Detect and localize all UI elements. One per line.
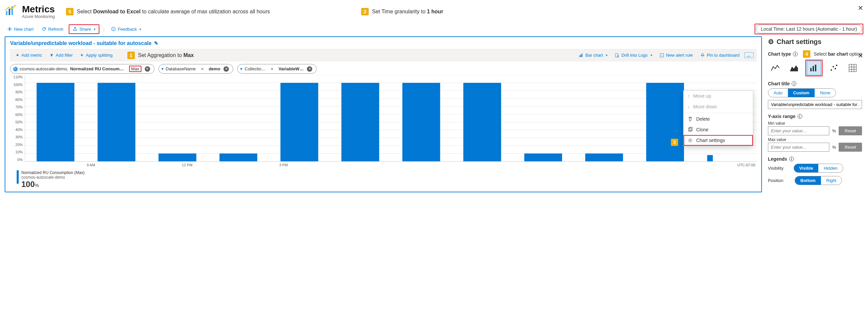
svg-rect-30: [98, 83, 135, 161]
callout-1: 1: [127, 52, 135, 59]
seg-hidden[interactable]: Hidden: [818, 164, 843, 172]
new-chart-button[interactable]: New chart: [5, 25, 36, 33]
svg-rect-35: [402, 83, 440, 161]
svg-point-45: [833, 66, 834, 67]
chart-type-line[interactable]: [768, 61, 783, 75]
edit-title-icon[interactable]: ✎: [154, 40, 158, 46]
menu-move-down: ↓Move down: [684, 101, 753, 112]
max-value-input[interactable]: [768, 143, 829, 152]
seg-auto[interactable]: Auto: [768, 89, 788, 97]
seg-bottom[interactable]: Bottom: [795, 176, 821, 185]
callout-5-text: Select Download to Excel to calculate av…: [77, 9, 270, 15]
close-settings-icon[interactable]: ✕: [858, 52, 863, 60]
svg-rect-36: [463, 83, 501, 161]
menu-clone[interactable]: Clone: [684, 124, 753, 135]
svg-rect-40: [707, 155, 713, 161]
reset-min-button[interactable]: Reset: [839, 126, 862, 135]
callout-3: 3: [671, 139, 678, 146]
svg-point-5: [113, 28, 113, 29]
chart-legend: Normalized RU Consumption (Max) cosmos-a…: [10, 170, 756, 189]
visibility-label: Visibility: [768, 166, 784, 171]
callout-5: 5: [66, 8, 73, 15]
add-metric-button[interactable]: ✦Add metric: [13, 51, 45, 59]
share-highlight: Share▾: [69, 24, 99, 34]
min-value-input[interactable]: [768, 126, 829, 135]
filter-pill-collection[interactable]: ▾ Collectio… = VariableW… ✕: [237, 64, 317, 74]
svg-point-16: [689, 139, 691, 141]
pin-button[interactable]: Pin to dashboard: [698, 51, 742, 59]
svg-point-47: [836, 65, 837, 66]
title-mode-segment[interactable]: Auto Custom None: [768, 88, 836, 97]
svg-rect-33: [281, 83, 318, 161]
info-icon[interactable]: i: [793, 52, 798, 56]
chart-context-menu: ↑Move up ↓Move down Delete Clone Chart s…: [683, 90, 753, 146]
seg-none[interactable]: None: [815, 89, 836, 97]
apply-splitting-button[interactable]: ✶Apply splitting: [78, 51, 115, 59]
svg-point-3: [14, 5, 16, 6]
legend-resource: cosmos-autoscale-demo: [21, 175, 84, 180]
menu-chart-settings[interactable]: Chart settings: [684, 135, 753, 146]
remove-metric-icon[interactable]: ✕: [145, 66, 150, 72]
svg-rect-0: [6, 11, 8, 15]
info-icon[interactable]: i: [792, 81, 796, 86]
settings-title: Chart settings: [777, 38, 821, 46]
svg-rect-8: [581, 54, 581, 57]
seg-visible[interactable]: Visible: [794, 164, 818, 172]
share-button[interactable]: Share▾: [70, 25, 98, 33]
yaxis-range-label: Y-axis range: [768, 114, 796, 119]
legend-value: 100: [21, 180, 35, 189]
chart-type-dropdown[interactable]: Bar chart▾: [576, 51, 610, 59]
add-filter-button[interactable]: ▼Add filter: [47, 51, 75, 59]
min-value-label: Min value: [768, 121, 862, 126]
svg-rect-1: [9, 9, 10, 15]
time-range-picker[interactable]: Local Time: Last 12 hours (Automatic - 1…: [756, 25, 862, 33]
legend-unit: %: [35, 183, 39, 188]
menu-move-up: ↑Move up: [684, 91, 753, 101]
new-alert-button[interactable]: !New alert rule: [657, 51, 695, 59]
close-icon[interactable]: ✕: [858, 4, 863, 12]
svg-rect-37: [524, 153, 562, 161]
svg-rect-39: [646, 83, 684, 161]
page-subtitle: Azure Monitoring: [22, 14, 55, 19]
legend-swatch: [17, 170, 19, 184]
position-segment[interactable]: Bottom Right: [795, 176, 842, 185]
feedback-button[interactable]: Feedback▾: [108, 25, 144, 33]
pct-label: %: [832, 145, 836, 150]
legend-series: Normalized RU Consumption (Max): [21, 170, 84, 175]
gear-icon: ⚙: [768, 38, 774, 46]
filter-icon: ▾: [240, 66, 243, 71]
chart-type-area[interactable]: [786, 61, 801, 75]
chart-type-grid[interactable]: [845, 61, 860, 75]
svg-rect-32: [219, 153, 257, 161]
callout-4: 4: [803, 50, 810, 58]
timezone-label: UTC-07:00: [737, 163, 755, 167]
chart-type-label: Chart type: [768, 51, 791, 57]
remove-filter-icon[interactable]: ✕: [307, 66, 312, 72]
remove-filter-icon[interactable]: ✕: [223, 66, 229, 72]
chart-type-bar[interactable]: [807, 61, 821, 75]
filter-pill-database[interactable]: ▾ DatabaseName = demo ✕: [158, 64, 234, 74]
menu-delete[interactable]: Delete: [684, 114, 753, 124]
chart-card: Variable/unpredictable workload - suitab…: [5, 36, 762, 192]
info-icon[interactable]: i: [789, 157, 794, 161]
chart-more-button[interactable]: …: [744, 52, 753, 58]
visibility-segment[interactable]: Visible Hidden: [794, 164, 843, 173]
svg-rect-38: [585, 153, 623, 161]
refresh-button[interactable]: Refresh: [39, 25, 66, 33]
aggregation-highlight: Max: [129, 66, 142, 72]
chart-title-input[interactable]: [768, 100, 862, 109]
legends-label: Legends: [768, 156, 787, 162]
svg-rect-41: [810, 68, 812, 71]
seg-right[interactable]: Right: [821, 176, 842, 185]
callout-2-text: Set Time granularity to 1 hour: [372, 9, 443, 15]
seg-custom[interactable]: Custom: [788, 89, 815, 97]
pct-label: %: [832, 128, 836, 133]
position-label: Position: [768, 178, 783, 183]
reset-max-button[interactable]: Reset: [839, 143, 862, 152]
chart-type-scatter[interactable]: [827, 61, 841, 75]
metric-pill[interactable]: cosmos-autoscale-demo, Normalized RU Con…: [10, 64, 154, 74]
svg-rect-48: [849, 64, 856, 72]
drill-logs-button[interactable]: Drill into Logs▾: [612, 51, 655, 59]
info-icon[interactable]: i: [798, 114, 802, 119]
svg-rect-7: [580, 55, 580, 57]
